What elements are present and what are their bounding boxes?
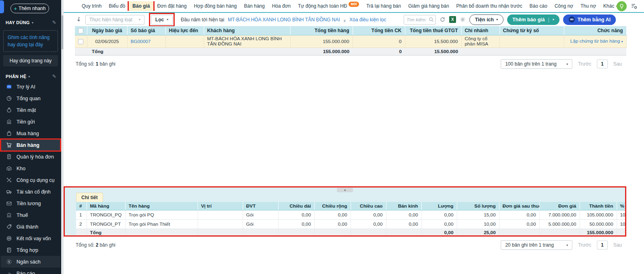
col-header-customer[interactable]: Khách hàng: [204, 26, 290, 35]
pin-hint-box[interactable]: Ghim các tính năng hay dùng tại đây: [3, 30, 58, 52]
edit-pencil-icon[interactable]: ✎: [52, 74, 56, 79]
tab-quy-trinh[interactable]: Quy trình: [78, 1, 105, 11]
chevron-down-icon: ▾: [496, 18, 498, 21]
sidebar-item-tong-quan[interactable]: Tổng quan: [1, 93, 60, 104]
detail-col-header[interactable]: Chiều dài: [278, 202, 314, 210]
detail-col-header[interactable]: Bán kính: [386, 202, 421, 210]
col-header-actions[interactable]: Chức năng: [564, 26, 626, 35]
detail-row[interactable]: 1TRONGOI_PQTrọn gói PQGói0,000,000,000,0…: [76, 210, 626, 220]
tab-hoa-don[interactable]: Hóa đơn: [268, 1, 295, 11]
prev-page-button[interactable]: Trước: [578, 61, 591, 67]
list-settings-icon[interactable]: [631, 3, 638, 10]
create-sales-doc-link[interactable]: Lập chứng từ bán hàng ▾: [570, 38, 623, 44]
col-header-valid-until[interactable]: Hiệu lực đến: [165, 26, 204, 35]
detail-col-header[interactable]: Lượng: [421, 202, 457, 210]
next-page-button[interactable]: Sau: [613, 242, 622, 248]
prev-page-button[interactable]: Trước: [578, 242, 591, 248]
sidebar-item-cong-cu-dung-cu[interactable]: Công cụ dụng cụ: [1, 174, 60, 186]
quote-row[interactable]: 02/06/2025 BG00007 MT-BÁCH HÓA XANH LONG…: [75, 35, 626, 48]
tab-bao-gia[interactable]: Báo giá: [129, 1, 153, 11]
side-corner-tab[interactable]: [0, 0, 4, 13]
detail-col-header[interactable]: Chiều rộng: [314, 202, 351, 210]
tab-tra-lai-hang-ban[interactable]: Trả lại hàng bán: [363, 1, 405, 11]
edit-pencil-icon[interactable]: ✎: [52, 20, 56, 25]
sidebar-item-tong-hop[interactable]: Tổng hợp: [1, 244, 60, 256]
quick-add-button[interactable]: Thêm nhanh: [10, 4, 49, 13]
sidebar-item-ban-hang[interactable]: Bán hàng: [1, 139, 60, 151]
sidebar-item-tien-luong[interactable]: Tiền lương: [1, 198, 60, 209]
sidebar-item-thue[interactable]: Thuế: [1, 209, 60, 221]
next-page-button[interactable]: Sau: [613, 61, 622, 67]
tab-giam-gia-hang-ban[interactable]: Giảm giá hàng bán: [405, 1, 452, 11]
excel-export-icon[interactable]: [449, 16, 456, 23]
sidebar-item-tro-ly-ai[interactable]: Trợ lý AI: [1, 81, 60, 93]
detail-header-row: #Mã hàngTên hàngVị tríĐVTChiều dàiChiều …: [76, 202, 626, 210]
col-header-total-discount[interactable]: Tổng tiền CK: [353, 26, 405, 35]
sidebar-item-ngan-sach[interactable]: Ngân sách: [1, 256, 60, 268]
detail-col-header[interactable]: Đơn giá: [539, 202, 580, 210]
detail-col-header[interactable]: Vị trí: [198, 202, 243, 210]
gear-icon[interactable]: [460, 16, 466, 23]
sidebar-item-quan-ly-hoa-don[interactable]: Quản lý hóa đơn: [1, 151, 60, 163]
detail-col-header[interactable]: Thành tiền: [580, 202, 617, 210]
chip-close-icon[interactable]: x: [344, 18, 346, 23]
sidebar-item-bao-cao[interactable]: Báo cáo: [1, 268, 60, 274]
detail-row[interactable]: 2TRONGOI_PTTrọn gói Phan ThiếtGói0,000,0…: [76, 220, 626, 229]
select-all-checkbox[interactable]: [78, 28, 83, 33]
favorites-label: HAY DÙNG: [6, 20, 30, 25]
sidebar-item-kho[interactable]: Kho: [1, 163, 60, 174]
refresh-icon[interactable]: [440, 16, 446, 23]
search-input[interactable]: [407, 17, 428, 22]
batch-action-dropdown[interactable]: Thực hiện hàng loạt ▾: [85, 15, 144, 25]
tab-thu-no[interactable]: Thu nợ: [577, 1, 600, 11]
filter-button[interactable]: Lọc ▾: [151, 15, 173, 25]
download-arrow-icon[interactable]: [76, 16, 82, 23]
tab-hop-dong-ban-hang[interactable]: Hợp đồng bán hàng: [190, 1, 241, 11]
quote-number-link[interactable]: BG00007: [131, 39, 151, 44]
detail-col-header[interactable]: Mã hàng: [87, 202, 125, 210]
add-quote-button[interactable]: Thêm báo giá | ▾: [507, 14, 559, 25]
tab-tu-dong-hach-toan-hd[interactable]: Tự động hạch toán HĐMới: [294, 1, 363, 11]
detail-col-header[interactable]: Số lượng: [457, 202, 499, 210]
current-page[interactable]: 1: [597, 241, 608, 249]
col-header-branch[interactable]: Chi nhánh: [461, 26, 500, 35]
collapse-handle[interactable]: ▾: [337, 188, 353, 192]
sidebar-item-tien-gui[interactable]: Tiền gửi: [1, 116, 60, 128]
col-header-signed-doc[interactable]: Chứng từ ký số: [500, 26, 564, 35]
clear-filter-link[interactable]: Xóa điều kiện lọc: [349, 17, 386, 23]
detail-col-header[interactable]: %: [617, 202, 626, 210]
page-size-select[interactable]: 20 bản ghi trên 1 trang ▾: [501, 240, 572, 250]
add-ai-button[interactable]: Thêm bằng AI: [563, 14, 616, 25]
tab-bao-cao[interactable]: Báo cáo: [526, 1, 551, 11]
col-header-total-vat[interactable]: Tổng tiền thuế GTGT: [405, 26, 461, 35]
frequent-pages-button[interactable]: Hay dùng trang này: [3, 55, 58, 66]
tab-bieu-do[interactable]: Biểu đồ: [105, 1, 129, 11]
detail-col-header[interactable]: #: [76, 202, 87, 210]
tab-khac[interactable]: Khác▾: [600, 1, 617, 11]
col-header-total-goods[interactable]: Tổng tiền hàng: [290, 26, 353, 35]
sidebar-item-tai-san-co-dinh[interactable]: Tài sản cố định: [1, 186, 60, 198]
col-header-number[interactable]: Số báo giá: [127, 26, 165, 35]
tab-cong-no[interactable]: Công nợ: [551, 1, 577, 11]
detail-col-header[interactable]: ĐVT: [243, 202, 278, 210]
lightbulb-icon[interactable]: [617, 1, 627, 11]
detail-col-header[interactable]: Chiều cao: [351, 202, 386, 210]
detail-col-header[interactable]: Đơn giá sau thuế: [499, 202, 539, 210]
modules-label: PHÂN HỆ: [6, 74, 27, 79]
utilities-button[interactable]: Tiện ích ▾: [469, 14, 504, 25]
sidebar-item-tien-mat[interactable]: Tiền mặt: [1, 104, 60, 116]
detail-col-header[interactable]: Tên hàng: [125, 202, 198, 210]
col-header-date[interactable]: Ngày báo giá: [87, 26, 127, 35]
tab-phan-bo-doanh-thu[interactable]: Phân bổ doanh thu nhận trước: [453, 1, 526, 11]
tab-ban-hang[interactable]: Bán hàng: [240, 1, 268, 11]
sidebar-item-ket-noi-vay-von[interactable]: Kết nối vay vốn: [1, 233, 60, 244]
page-size-select[interactable]: 100 bản ghi trên 1 trang ▾: [501, 59, 572, 69]
current-page[interactable]: 1: [597, 60, 608, 68]
sidebar-item-mua-hang[interactable]: Mua hàng: [1, 128, 60, 139]
tab-don-dat-hang[interactable]: Đơn đặt hàng: [153, 1, 190, 11]
tab-chi-tiet[interactable]: Chi tiết: [76, 193, 103, 202]
scrollbar-thumb[interactable]: [62, 15, 63, 49]
row-checkbox[interactable]: [78, 39, 83, 44]
sidebar-item-gia-thanh[interactable]: Giá thành: [1, 221, 60, 233]
detail-cell: Trọn gói PQ: [125, 210, 198, 220]
